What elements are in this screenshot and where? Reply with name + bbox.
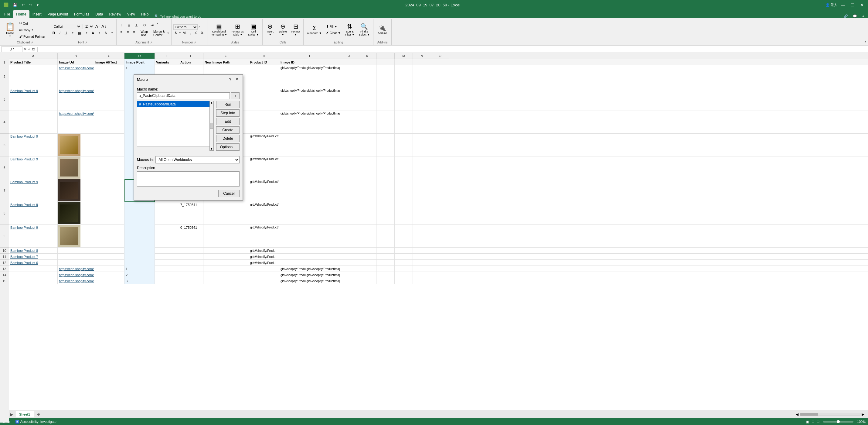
- number-format-selector[interactable]: General: [173, 24, 198, 30]
- cell-i15[interactable]: gid://shopify/Produ gid://shopify/Produc…: [279, 278, 340, 284]
- sort-filter-button[interactable]: ⇅ Sort &Filter ▼: [343, 23, 356, 37]
- macro-list[interactable]: a_PasteClipboardData: [137, 101, 214, 146]
- cell-h1[interactable]: Product ID: [249, 59, 279, 65]
- cell-j15[interactable]: [340, 278, 358, 284]
- copy-dropdown-arrow[interactable]: ▼: [31, 29, 34, 31]
- cell-o15[interactable]: [431, 278, 450, 284]
- cell-h4[interactable]: [249, 111, 279, 134]
- cell-a1[interactable]: Product Title: [9, 59, 58, 65]
- cell-c1[interactable]: Image AltText: [94, 59, 124, 65]
- underline-dropdown[interactable]: ▼: [70, 31, 75, 35]
- cell-e9[interactable]: [155, 225, 179, 248]
- tab-data[interactable]: Data: [92, 10, 106, 18]
- cell-a3[interactable]: Bamboo Product 9: [9, 88, 58, 111]
- font-color-dropdown[interactable]: ▼: [110, 31, 115, 35]
- cell-n10[interactable]: [413, 248, 431, 254]
- cell-k1[interactable]: [358, 59, 376, 65]
- format-painter-button[interactable]: 🖌 Format Painter: [18, 34, 47, 39]
- collapse-ribbon-icon[interactable]: ∧: [860, 14, 867, 18]
- cell-a5[interactable]: Bamboo Product 9: [9, 134, 58, 156]
- cell-n2[interactable]: [413, 65, 431, 88]
- col-header-c[interactable]: C: [94, 53, 124, 59]
- description-textarea[interactable]: [137, 171, 240, 186]
- cell-g12[interactable]: [204, 260, 249, 266]
- number-format-dropdown[interactable]: ↗: [198, 26, 200, 29]
- cell-f9[interactable]: 0_1750541: [179, 225, 204, 248]
- cell-d1[interactable]: Image Posit: [124, 59, 155, 65]
- cell-n12[interactable]: [413, 260, 431, 266]
- cell-j3[interactable]: [340, 88, 358, 111]
- col-header-f[interactable]: F: [179, 53, 204, 59]
- row-num-13[interactable]: 13: [0, 266, 9, 272]
- row-num-6[interactable]: 6: [0, 156, 9, 179]
- cell-l7[interactable]: [376, 179, 395, 202]
- undo-icon[interactable]: ↩: [21, 2, 26, 8]
- cell-k15[interactable]: [358, 278, 376, 284]
- row-num-9[interactable]: 9: [0, 225, 9, 248]
- row-num-12[interactable]: 12: [0, 260, 9, 266]
- cell-l4[interactable]: [376, 111, 395, 134]
- cell-m12[interactable]: [395, 260, 413, 266]
- cell-c4[interactable]: [94, 111, 124, 134]
- cell-g13[interactable]: [204, 266, 249, 272]
- cell-m6[interactable]: [395, 156, 413, 179]
- cell-h5[interactable]: gid://shopify/Product/8276071415946: [249, 134, 279, 156]
- tab-view[interactable]: View: [124, 10, 138, 18]
- align-center-button[interactable]: ≡: [125, 29, 130, 38]
- cell-f14[interactable]: [179, 272, 204, 278]
- cell-c14[interactable]: [94, 272, 124, 278]
- increase-font-icon[interactable]: A↑: [95, 24, 100, 29]
- cell-l1[interactable]: [376, 59, 395, 65]
- cell-i1[interactable]: Image ID: [279, 59, 340, 65]
- cell-k14[interactable]: [358, 272, 376, 278]
- col-header-i[interactable]: I: [279, 53, 340, 59]
- cell-d10[interactable]: [124, 248, 155, 254]
- row-num-5[interactable]: 5: [0, 134, 9, 156]
- cell-a14[interactable]: [9, 272, 58, 278]
- row-num-3[interactable]: 3: [0, 88, 9, 111]
- col-header-k[interactable]: K: [358, 53, 376, 59]
- save-icon[interactable]: 💾: [12, 2, 18, 8]
- comma-button[interactable]: ,: [188, 30, 192, 35]
- cell-k10[interactable]: [358, 248, 376, 254]
- cell-g15[interactable]: [204, 278, 249, 284]
- cell-i2[interactable]: gid://shopify/Produ gid://shopify/Produc…: [279, 65, 340, 88]
- cell-h8[interactable]: gid://shopify/Product/8276071415946: [249, 202, 279, 225]
- cell-b3[interactable]: https://cdn.shopify.com/s/f: [58, 88, 94, 111]
- cell-c11[interactable]: [94, 254, 124, 260]
- sheet-add-button[interactable]: ⊕: [35, 411, 42, 418]
- list-item[interactable]: a_PasteClipboardData: [137, 101, 213, 107]
- increase-decimal-button[interactable]: .0: [193, 30, 199, 35]
- cell-a11[interactable]: Bamboo Product 7: [9, 254, 58, 260]
- col-header-m[interactable]: M: [395, 53, 413, 59]
- cell-a13[interactable]: [9, 266, 58, 272]
- paste-dropdown-arrow[interactable]: ▼: [9, 35, 11, 38]
- cell-b7[interactable]: [58, 179, 94, 202]
- cell-g10[interactable]: [204, 248, 249, 254]
- cell-i13[interactable]: gid://shopify/Produ gid://shopify/Produc…: [279, 266, 340, 272]
- cell-j7[interactable]: [340, 179, 358, 202]
- cell-m4[interactable]: [395, 111, 413, 134]
- cell-n6[interactable]: [413, 156, 431, 179]
- cell-j11[interactable]: [340, 254, 358, 260]
- normal-view-button[interactable]: ▣: [806, 420, 809, 423]
- cell-b13[interactable]: https://cdn.shopify.com/s/f: [58, 266, 94, 272]
- col-header-n[interactable]: N: [413, 53, 431, 59]
- cell-k8[interactable]: [358, 202, 376, 225]
- cell-h7[interactable]: gid://shopify/Product/8276071415946: [249, 179, 279, 202]
- cell-l14[interactable]: [376, 272, 395, 278]
- currency-button[interactable]: $: [173, 30, 178, 35]
- row-num-11[interactable]: 11: [0, 254, 9, 260]
- cell-h11[interactable]: gid://shopify/Produ: [249, 254, 279, 260]
- cell-a12[interactable]: Bamboo Product 6: [9, 260, 58, 266]
- cell-m9[interactable]: [395, 225, 413, 248]
- tab-page-layout[interactable]: Page Layout: [44, 10, 71, 18]
- add-ins-button[interactable]: 🔌 Add-ins: [376, 24, 389, 35]
- col-header-d[interactable]: D: [124, 53, 155, 59]
- comments-icon[interactable]: 💬: [850, 14, 860, 18]
- cell-i3[interactable]: gid://shopify/Produ gid://shopify/Produc…: [279, 88, 340, 111]
- macro-dialog[interactable]: Macro ? × Macro name: ↑ a_PasteClipboard…: [133, 74, 243, 201]
- redo-icon[interactable]: ↪: [28, 2, 33, 8]
- cell-f1[interactable]: Action: [179, 59, 204, 65]
- cell-j6[interactable]: [340, 156, 358, 179]
